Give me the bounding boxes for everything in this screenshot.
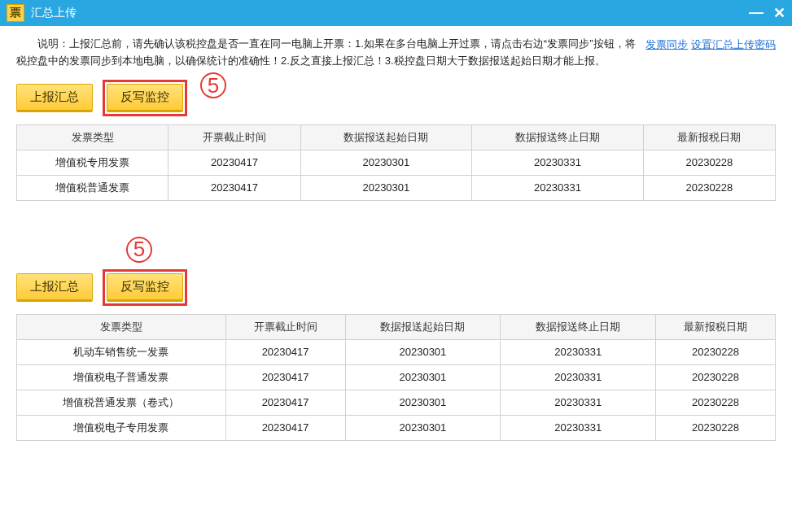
col-deadline: 开票截止时间 — [168, 124, 300, 150]
cell: 20230228 — [643, 175, 775, 200]
col-latest-tax-date: 最新报税日期 — [643, 124, 775, 150]
cell: 机动车销售统一发票 — [17, 339, 226, 364]
cell: 增值税电子普通发票 — [17, 364, 226, 390]
minimize-button[interactable]: — — [749, 4, 764, 22]
col-deadline: 开票截止时间 — [225, 314, 345, 339]
col-start-date: 数据报送起始日期 — [300, 124, 472, 150]
main-window: 票 汇总上传 — ✕ 说明：上报汇总前，请先确认该税控盘是否一直在同一电脑上开票… — [0, 0, 792, 532]
content-area: 说明：上报汇总前，请先确认该税控盘是否一直在同一电脑上开票：1.如果在多台电脑上… — [0, 26, 792, 449]
table-1-wrap: 发票类型 开票截止时间 数据报送起始日期 数据报送终止日期 最新报税日期 增值税… — [0, 124, 792, 209]
button-row-2: 5 上报汇总 反写监控 — [0, 266, 792, 314]
cell: 20230331 — [472, 175, 644, 200]
col-start-date: 数据报送起始日期 — [345, 314, 501, 339]
instruction-links: 发票同步 设置汇总上传密码 — [637, 36, 776, 52]
table-row: 增值税电子普通发票 20230417 20230301 20230331 202… — [17, 364, 776, 390]
invoice-sync-link[interactable]: 发票同步 — [645, 38, 688, 50]
table-row: 增值税专用发票 20230417 20230301 20230331 20230… — [17, 150, 776, 175]
table-row: 增值税电子专用发票 20230417 20230301 20230331 202… — [17, 415, 776, 440]
cell: 20230301 — [345, 390, 501, 415]
cell: 20230301 — [345, 415, 501, 440]
section-gap — [0, 209, 792, 266]
set-upload-password-link[interactable]: 设置汇总上传密码 — [691, 38, 776, 50]
app-icon: 票 — [7, 4, 24, 22]
step-badge-1: 5 — [200, 72, 226, 98]
cell: 20230228 — [656, 415, 776, 440]
cell: 20230417 — [225, 339, 345, 364]
table-row: 增值税普通发票（卷式） 20230417 20230301 20230331 2… — [17, 390, 776, 415]
upload-summary-button-2[interactable]: 上报汇总 — [16, 273, 93, 302]
button-row-1: 上报汇总 反写监控 5 — [0, 76, 792, 124]
cell: 增值税普通发票 — [17, 175, 168, 200]
invoice-table-1: 发票类型 开票截止时间 数据报送起始日期 数据报送终止日期 最新报税日期 增值税… — [16, 124, 776, 201]
cell: 20230331 — [501, 339, 656, 364]
cell: 20230417 — [225, 415, 345, 440]
window-title: 汇总上传 — [31, 6, 749, 20]
cell: 20230417 — [225, 390, 345, 415]
col-latest-tax-date: 最新报税日期 — [656, 314, 776, 339]
table-header-row: 发票类型 开票截止时间 数据报送起始日期 数据报送终止日期 最新报税日期 — [17, 314, 776, 339]
cell: 20230228 — [656, 390, 776, 415]
table-header-row: 发票类型 开票截止时间 数据报送起始日期 数据报送终止日期 最新报税日期 — [17, 124, 776, 150]
cell: 20230301 — [300, 150, 472, 175]
highlight-annotation-1: 反写监控 — [103, 80, 187, 116]
close-button[interactable]: ✕ — [773, 4, 785, 22]
cell: 20230417 — [168, 175, 300, 200]
col-invoice-type: 发票类型 — [17, 314, 226, 339]
table-row: 增值税普通发票 20230417 20230301 20230331 20230… — [17, 175, 776, 200]
cell: 增值税电子专用发票 — [17, 415, 226, 440]
cell: 20230301 — [345, 339, 501, 364]
col-invoice-type: 发票类型 — [17, 124, 168, 150]
col-end-date: 数据报送终止日期 — [472, 124, 644, 150]
titlebar: 票 汇总上传 — ✕ — [0, 0, 792, 26]
cell: 20230228 — [656, 364, 776, 390]
col-end-date: 数据报送终止日期 — [501, 314, 656, 339]
cell: 增值税普通发票（卷式） — [17, 390, 226, 415]
step-badge-2: 5 — [126, 237, 152, 263]
upload-summary-button[interactable]: 上报汇总 — [16, 84, 93, 112]
table-2-wrap: 发票类型 开票截止时间 数据报送起始日期 数据报送终止日期 最新报税日期 机动车… — [0, 314, 792, 449]
cell: 20230331 — [472, 150, 644, 175]
cell: 20230331 — [501, 364, 656, 390]
cell: 20230417 — [168, 150, 300, 175]
cell: 增值税专用发票 — [17, 150, 168, 175]
rewrite-monitor-button[interactable]: 反写监控 — [107, 84, 183, 112]
instruction-text: 说明：上报汇总前，请先确认该税控盘是否一直在同一电脑上开票：1.如果在多台电脑上… — [16, 36, 637, 70]
table-row: 机动车销售统一发票 20230417 20230301 20230331 202… — [17, 339, 776, 364]
cell: 20230228 — [656, 339, 776, 364]
instruction-row: 说明：上报汇总前，请先确认该税控盘是否一直在同一电脑上开票：1.如果在多台电脑上… — [0, 26, 792, 76]
highlight-annotation-2: 反写监控 — [103, 269, 187, 306]
window-controls: — ✕ — [749, 4, 785, 22]
cell: 20230417 — [225, 364, 345, 390]
rewrite-monitor-button-2[interactable]: 反写监控 — [107, 273, 183, 302]
cell: 20230301 — [345, 364, 501, 390]
cell: 20230331 — [501, 415, 656, 440]
cell: 20230228 — [643, 150, 775, 175]
cell: 20230301 — [300, 175, 472, 200]
cell: 20230331 — [501, 390, 656, 415]
invoice-table-2: 发票类型 开票截止时间 数据报送起始日期 数据报送终止日期 最新报税日期 机动车… — [16, 314, 776, 441]
